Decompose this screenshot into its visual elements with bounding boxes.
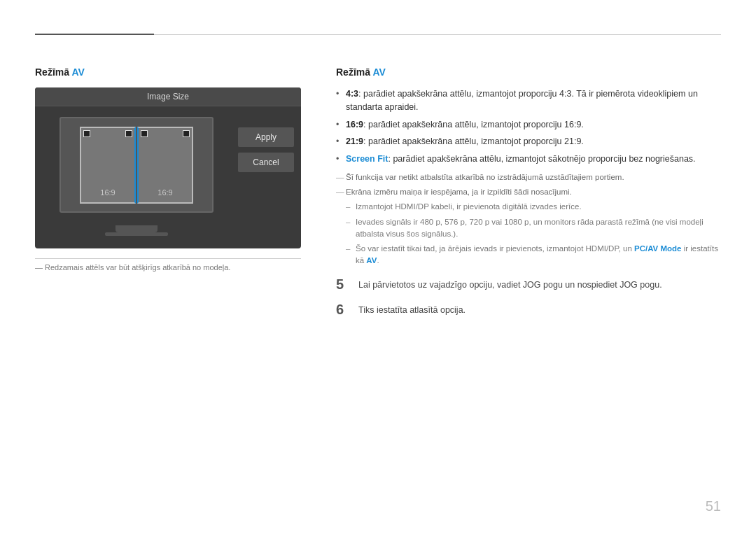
img-box-left: 16:9	[80, 127, 136, 204]
bullet-item-1: 4:3: parādiet apakšekrāna attēlu, izmant…	[336, 87, 721, 114]
right-column: Režīmā AV 4:3: parādiet apakšekrāna attē…	[336, 66, 721, 318]
monitor-titlebar: Image Size	[35, 87, 301, 106]
apply-button[interactable]: Apply	[238, 127, 294, 147]
left-section-title: Režīmā AV	[35, 66, 301, 78]
subnote3-prefix: Šo var iestatīt tikai tad, ja ārējais ie…	[356, 244, 634, 253]
step-5-text: Lai pārvietotos uz vajadzīgo opciju, vad…	[358, 276, 662, 292]
term-2: 16:9	[346, 120, 363, 129]
bullet-text-2: : parādiet apakšekrāna attēlu, izmantojo…	[363, 120, 584, 129]
monitor-stand	[115, 225, 158, 232]
subnote3-end: .	[377, 256, 379, 265]
monitor-base	[105, 232, 168, 236]
bullet-text-1: : parādiet apakšekrāna attēlu, izmantojo…	[346, 89, 698, 112]
bullet-item-3: 21:9: parādiet apakšekrāna attēlu, izman…	[336, 135, 721, 148]
step-6: 6 Tiks iestatīta atlasītā opcija.	[336, 301, 721, 318]
left-title-prefix: Režīmā	[35, 66, 71, 78]
note-line-1: Šī funkcija var netikt atbalstīta atkarī…	[336, 171, 721, 183]
page-container: Režīmā AV Image Size	[0, 0, 756, 534]
term-1: 4:3	[346, 89, 358, 99]
corner-marker-tr2	[183, 130, 190, 137]
monitor-ui: Image Size 16:9	[35, 87, 301, 248]
step-5-number: 5	[336, 276, 349, 293]
right-title-prefix: Režīmā	[336, 66, 372, 78]
monitor-frame: 16:9 16:9	[59, 117, 214, 213]
page-number: 51	[706, 498, 721, 514]
right-title-av: AV	[372, 66, 385, 78]
bullet-list: 4:3: parādiet apakšekrāna attēlu, izmant…	[336, 87, 721, 166]
left-column: Režīmā AV Image Size	[35, 66, 301, 318]
bullet-text-3: : parādiet apakšekrāna attēlu, izmantojo…	[363, 136, 584, 146]
step-6-text: Tiks iestatīta atlasītā opcija.	[358, 301, 465, 317]
monitor-body: 16:9 16:9	[35, 106, 301, 236]
bullet-item-2: 16:9: parādiet apakšekrāna attēlu, izman…	[336, 118, 721, 132]
left-footnote: ― Redzamais attēls var būt atšķirīgs atk…	[35, 258, 301, 272]
term-4: Screen Fit	[346, 154, 388, 164]
img-box-right: 16:9	[137, 127, 193, 204]
screen-area: 16:9 16:9	[42, 113, 231, 236]
ratio-label-right: 16:9	[158, 188, 172, 197]
left-title-av: AV	[71, 66, 84, 78]
monitor-title-text: Image Size	[147, 92, 189, 101]
cancel-button[interactable]: Cancel	[238, 153, 294, 172]
bullet-text-4: : parādiet apakšekrāna attēlu, izmantojo…	[388, 154, 695, 164]
sub-note-line-1: Izmantojot HDMI/DP kabeli, ir pievienota…	[336, 201, 721, 213]
step-5: 5 Lai pārvietotos uz vajadzīgo opciju, v…	[336, 276, 721, 293]
sub-note-line-2: Ievades signāls ir 480 p, 576 p, 720 p v…	[336, 216, 721, 241]
ratio-label-left: 16:9	[100, 188, 115, 197]
bullet-item-4: Screen Fit: parādiet apakšekrāna attēlu,…	[336, 153, 721, 166]
corner-marker-tr	[125, 130, 132, 137]
step-6-number: 6	[336, 301, 349, 318]
right-section-title: Režīmā AV	[336, 66, 721, 78]
subnote3-term: PC/AV Mode	[634, 244, 682, 253]
content-area: Režīmā AV Image Size	[35, 66, 721, 318]
inner-boxes: 16:9 16:9	[61, 118, 212, 211]
term-3: 21:9	[346, 136, 363, 146]
buttons-area: Apply Cancel	[238, 113, 294, 172]
subnote3-av: AV	[366, 256, 377, 265]
note-line-2: Ekrāna izmēru maiņa ir iespējama, ja ir …	[336, 186, 721, 198]
corner-marker-tl2	[141, 130, 148, 137]
corner-marker-tl	[83, 130, 90, 137]
sub-note-line-3: Šo var iestatīt tikai tad, ja ārējais ie…	[336, 243, 721, 267]
